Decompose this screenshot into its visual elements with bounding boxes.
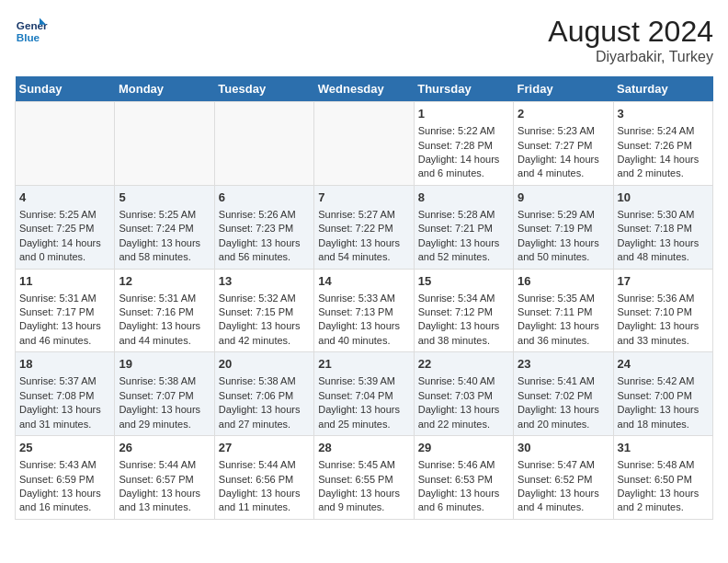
day-cell	[314, 102, 414, 186]
day-number: 27	[219, 440, 310, 456]
day-number: 20	[219, 356, 310, 373]
day-info: Sunrise: 5:30 AM	[618, 208, 709, 222]
day-number: 14	[318, 273, 409, 290]
day-info: Sunrise: 5:37 AM	[19, 374, 110, 388]
day-cell: 6Sunrise: 5:26 AMSunset: 7:23 PMDaylight…	[214, 185, 313, 269]
day-info: Sunrise: 5:28 AM	[418, 208, 509, 222]
day-number: 11	[19, 273, 110, 290]
calendar-body: 1Sunrise: 5:22 AMSunset: 7:28 PMDaylight…	[16, 102, 713, 520]
week-row-1: 1Sunrise: 5:22 AMSunset: 7:28 PMDaylight…	[16, 102, 713, 186]
day-number: 17	[618, 273, 709, 290]
day-info: Sunset: 7:11 PM	[518, 305, 609, 319]
day-info: Sunrise: 5:46 AM	[418, 458, 509, 472]
day-info: Sunrise: 5:31 AM	[19, 292, 110, 305]
logo: General Blue General Blue	[15, 15, 48, 48]
day-info: Daylight: 13 hours and 16 minutes.	[19, 487, 110, 515]
day-info: Daylight: 13 hours and 50 minutes.	[518, 236, 609, 265]
day-cell: 10Sunrise: 5:30 AMSunset: 7:18 PMDayligh…	[613, 185, 712, 269]
day-info: Sunrise: 5:44 AM	[119, 458, 210, 472]
day-info: Sunrise: 5:32 AM	[219, 292, 310, 305]
day-info: Sunset: 6:56 PM	[219, 473, 310, 487]
day-info: Sunrise: 5:34 AM	[418, 292, 509, 305]
day-info: Sunset: 7:21 PM	[418, 222, 509, 236]
day-info: Sunset: 7:22 PM	[318, 222, 409, 236]
day-info: Sunrise: 5:41 AM	[518, 374, 609, 388]
day-info: Sunset: 7:28 PM	[418, 139, 509, 153]
day-cell: 17Sunrise: 5:36 AMSunset: 7:10 PMDayligh…	[613, 269, 712, 352]
day-info: Daylight: 13 hours and 31 minutes.	[19, 403, 110, 431]
day-cell: 25Sunrise: 5:43 AMSunset: 6:59 PMDayligh…	[16, 436, 115, 520]
day-info: Daylight: 13 hours and 25 minutes.	[318, 403, 409, 431]
day-info: Sunrise: 5:44 AM	[219, 458, 310, 472]
day-cell: 5Sunrise: 5:25 AMSunset: 7:24 PMDaylight…	[115, 185, 214, 269]
calendar-header: SundayMondayTuesdayWednesdayThursdayFrid…	[16, 76, 713, 102]
day-info: Daylight: 13 hours and 48 minutes.	[618, 236, 709, 265]
day-info: Sunrise: 5:48 AM	[618, 458, 709, 472]
day-info: Sunset: 7:17 PM	[19, 305, 110, 319]
header-row: SundayMondayTuesdayWednesdayThursdayFrid…	[16, 76, 713, 102]
day-info: Daylight: 13 hours and 44 minutes.	[119, 319, 210, 348]
day-info: Sunrise: 5:45 AM	[318, 458, 409, 472]
day-cell: 26Sunrise: 5:44 AMSunset: 6:57 PMDayligh…	[115, 436, 214, 520]
day-cell: 7Sunrise: 5:27 AMSunset: 7:22 PMDaylight…	[314, 185, 414, 269]
day-cell	[214, 102, 313, 186]
day-info: Daylight: 13 hours and 54 minutes.	[318, 236, 409, 265]
day-cell: 13Sunrise: 5:32 AMSunset: 7:15 PMDayligh…	[214, 269, 313, 352]
day-info: Sunset: 7:19 PM	[518, 222, 609, 236]
day-info: Sunset: 6:52 PM	[518, 473, 609, 487]
day-info: Daylight: 13 hours and 58 minutes.	[119, 236, 210, 265]
day-info: Daylight: 13 hours and 56 minutes.	[219, 236, 310, 265]
day-cell: 8Sunrise: 5:28 AMSunset: 7:21 PMDaylight…	[414, 185, 513, 269]
day-number: 8	[418, 190, 509, 206]
header-cell-monday: Monday	[115, 76, 214, 102]
day-info: Sunrise: 5:38 AM	[219, 374, 310, 388]
day-info: Sunrise: 5:22 AM	[418, 124, 509, 138]
day-info: Daylight: 13 hours and 9 minutes.	[318, 487, 409, 515]
day-number: 21	[318, 356, 409, 373]
day-number: 16	[518, 273, 609, 290]
day-info: Sunrise: 5:31 AM	[119, 292, 210, 305]
day-cell: 2Sunrise: 5:23 AMSunset: 7:27 PMDaylight…	[514, 102, 613, 186]
day-number: 1	[418, 106, 509, 122]
day-info: Sunset: 7:26 PM	[618, 139, 709, 153]
day-number: 22	[418, 356, 509, 373]
day-number: 25	[19, 440, 110, 456]
day-info: Sunset: 7:27 PM	[518, 139, 609, 153]
day-info: Sunset: 7:16 PM	[119, 305, 210, 319]
header-cell-tuesday: Tuesday	[214, 76, 313, 102]
day-info: Sunrise: 5:23 AM	[518, 124, 609, 138]
header-cell-sunday: Sunday	[16, 76, 115, 102]
day-info: Sunrise: 5:39 AM	[318, 374, 409, 388]
day-number: 9	[518, 190, 609, 206]
day-number: 29	[418, 440, 509, 456]
day-info: Daylight: 13 hours and 46 minutes.	[19, 319, 110, 348]
header-cell-friday: Friday	[514, 76, 613, 102]
day-cell	[115, 102, 214, 186]
day-info: Sunrise: 5:35 AM	[518, 292, 609, 305]
day-cell: 14Sunrise: 5:33 AMSunset: 7:13 PMDayligh…	[314, 269, 414, 352]
day-cell: 30Sunrise: 5:47 AMSunset: 6:52 PMDayligh…	[514, 436, 613, 520]
day-info: Daylight: 13 hours and 33 minutes.	[618, 319, 709, 348]
day-cell: 27Sunrise: 5:44 AMSunset: 6:56 PMDayligh…	[214, 436, 313, 520]
day-number: 4	[19, 190, 110, 206]
day-cell: 21Sunrise: 5:39 AMSunset: 7:04 PMDayligh…	[314, 352, 414, 436]
header-cell-saturday: Saturday	[613, 76, 712, 102]
week-row-2: 4Sunrise: 5:25 AMSunset: 7:25 PMDaylight…	[16, 185, 713, 269]
day-info: Daylight: 13 hours and 36 minutes.	[518, 319, 609, 348]
day-info: Sunrise: 5:24 AM	[618, 124, 709, 138]
day-info: Sunset: 7:02 PM	[518, 389, 609, 403]
day-cell: 15Sunrise: 5:34 AMSunset: 7:12 PMDayligh…	[414, 269, 513, 352]
day-info: Daylight: 13 hours and 38 minutes.	[418, 319, 509, 348]
day-cell: 22Sunrise: 5:40 AMSunset: 7:03 PMDayligh…	[414, 352, 513, 436]
day-number: 6	[219, 190, 310, 206]
day-number: 26	[119, 440, 210, 456]
day-info: Daylight: 13 hours and 6 minutes.	[418, 487, 509, 515]
day-info: Daylight: 13 hours and 52 minutes.	[418, 236, 509, 265]
day-number: 3	[618, 106, 709, 122]
day-info: Sunset: 7:25 PM	[19, 222, 110, 236]
logo-icon: General Blue	[15, 15, 48, 48]
day-number: 18	[19, 356, 110, 373]
day-number: 12	[119, 273, 210, 290]
day-info: Daylight: 13 hours and 11 minutes.	[219, 487, 310, 515]
day-number: 31	[618, 440, 709, 456]
